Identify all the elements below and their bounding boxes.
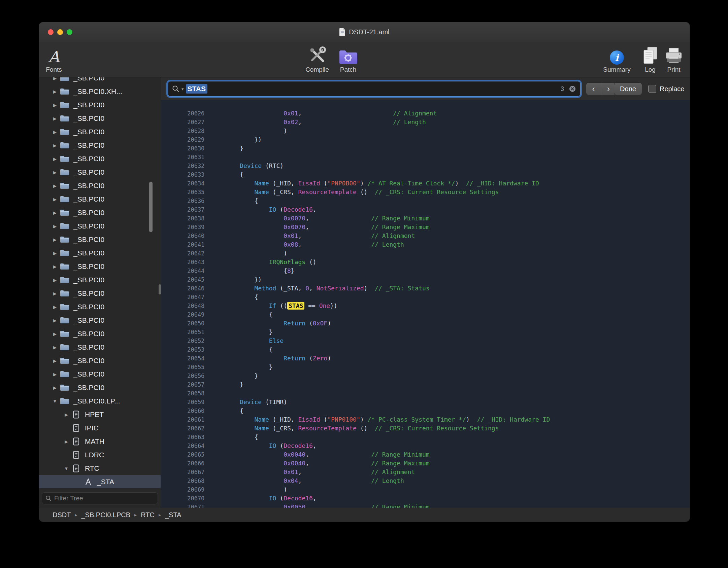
disclosure-triangle-icon[interactable]: ▶	[51, 197, 59, 202]
line-number: 20652	[175, 336, 204, 345]
disclosure-triangle-icon[interactable]: ▶	[62, 439, 71, 444]
print-label: Print	[657, 66, 690, 73]
tree-item[interactable]: ▶ _SB.PCI0	[39, 166, 161, 179]
tree-item[interactable]: ▶ _SB.PCI0	[39, 260, 161, 273]
disclosure-triangle-icon[interactable]: ▶	[51, 331, 59, 336]
disclosure-triangle-icon[interactable]: ▶	[51, 345, 59, 350]
filter-tree-input[interactable]: Filter Tree	[42, 492, 158, 504]
disclosure-triangle-icon[interactable]: ▶	[51, 89, 59, 94]
tree-item[interactable]: ▶ _SB.PCI0.XH...	[39, 85, 161, 98]
disclosure-triangle-icon[interactable]: ▶	[51, 77, 59, 81]
disclosure-triangle-icon[interactable]: ▼	[51, 399, 59, 404]
fonts-button[interactable]: A Fonts	[39, 42, 74, 76]
sidebar-scrollbar[interactable]	[149, 182, 153, 232]
tree-item[interactable]: ▶ _SB.PCI0	[39, 300, 161, 314]
code-text: {	[210, 407, 243, 414]
disclosure-triangle-icon[interactable]: ▶	[51, 156, 59, 162]
disclosure-triangle-icon[interactable]: ▶	[51, 251, 59, 256]
tree-item[interactable]: ▶ _SB.PCI0	[39, 77, 161, 85]
tree-item[interactable]: ▶ MATH	[39, 435, 161, 448]
search-menu-chevron-icon[interactable]: ▾	[181, 86, 184, 92]
disclosure-triangle-icon[interactable]: ▶	[51, 264, 59, 269]
tree-item[interactable]: ▶ _SB.PCI0	[39, 179, 161, 192]
tree-item[interactable]: LDRC	[39, 448, 161, 462]
breadcrumb-item-rtc[interactable]: RTC	[141, 511, 155, 519]
tree-item[interactable]: ▶ _SB.PCI0	[39, 327, 161, 341]
tree-item[interactable]: ▶ _SB.PCI0	[39, 152, 161, 166]
disclosure-triangle-icon[interactable]: ▶	[51, 210, 59, 215]
tree-item[interactable]: ▶ _SB.PCI0	[39, 314, 161, 327]
tree-item[interactable]: ▶ _SB.PCI0	[39, 219, 161, 233]
printer-icon	[665, 47, 683, 65]
disclosure-triangle-icon[interactable]: ▼	[62, 466, 71, 471]
editor-pane: ▾ STAS 3 ‹ › Done Replace 20626	[161, 77, 690, 508]
line-number: 20632	[175, 162, 204, 170]
disclosure-triangle-icon[interactable]: ▶	[51, 170, 59, 175]
done-button[interactable]: Done	[614, 82, 642, 95]
folder-icon	[60, 262, 70, 271]
breadcrumb-item-dsdt[interactable]: DSDT	[53, 511, 71, 519]
disclosure-triangle-icon[interactable]: ▶	[51, 291, 59, 296]
disclosure-triangle-icon[interactable]: ▶	[51, 116, 59, 121]
line-number: 20669	[175, 485, 204, 494]
tree-item[interactable]: ▶ _SB.PCI0	[39, 125, 161, 139]
tree-item[interactable]: IPIC	[39, 421, 161, 435]
line-number: 20664	[175, 441, 204, 450]
disclosure-triangle-icon[interactable]: ▶	[51, 358, 59, 363]
tree-item[interactable]: ▶ _SB.PCI0	[39, 381, 161, 394]
tree-item[interactable]: ▶ _SB.PCI0	[39, 341, 161, 354]
tree-item[interactable]: ▶ _SB.PCI0	[39, 139, 161, 152]
breadcrumb-item-lpcb[interactable]: _SB.PCI0.LPCB	[81, 511, 130, 519]
code-text: {	[210, 171, 243, 178]
disclosure-triangle-icon[interactable]: ▶	[51, 278, 59, 283]
patch-button[interactable]: Patch	[328, 42, 368, 76]
disclosure-triangle-icon[interactable]: ▶	[51, 103, 59, 108]
code-text: Method (_STA, 0, NotSerialized) // _STA:…	[210, 285, 429, 292]
line-number: 20634	[175, 179, 204, 188]
print-button[interactable]: Print	[657, 42, 690, 76]
code-text: 0x02, // Length	[210, 118, 426, 126]
line-number: 20665	[175, 450, 204, 459]
line-number: 20668	[175, 476, 204, 485]
disclosure-triangle-icon[interactable]: ▶	[51, 318, 59, 323]
breadcrumb-item-sta[interactable]: _STA	[165, 511, 181, 519]
disclosure-triangle-icon[interactable]: ▶	[51, 143, 59, 148]
tree-item[interactable]: ▶ HPET	[39, 408, 161, 421]
code-editor[interactable]: 20626 0x01, // Alignment 20627 0x02, // …	[161, 100, 690, 508]
search-input[interactable]: ▾ STAS 3	[168, 81, 581, 97]
tree-item[interactable]: ▶ _SB.PCI0	[39, 246, 161, 260]
tree-item[interactable]: ▶ _SB.PCI0	[39, 233, 161, 246]
title-bar[interactable]: DSDT-21.aml	[39, 22, 690, 42]
tree-item[interactable]: ▶ _SB.PCI0	[39, 206, 161, 219]
pane-splitter-handle[interactable]	[159, 284, 161, 294]
code-text: {	[210, 293, 258, 300]
clear-search-icon[interactable]	[569, 85, 576, 93]
disclosure-triangle-icon[interactable]: ▶	[51, 305, 59, 310]
tree-item[interactable]: ▶ _SB.PCI0	[39, 98, 161, 112]
tree-item[interactable]: ▶ _SB.PCI0	[39, 273, 161, 287]
disclosure-triangle-icon[interactable]: ▶	[51, 385, 59, 390]
disclosure-triangle-icon[interactable]: ▶	[62, 412, 71, 417]
tree-item[interactable]: ▶ _SB.PCI0	[39, 367, 161, 381]
tree-item[interactable]: ▼ _SB.PCI0.LP...	[39, 394, 161, 408]
replace-checkbox[interactable]	[648, 85, 656, 93]
code-text: Device (TIMR)	[210, 398, 287, 405]
line-number: 20631	[175, 153, 204, 162]
replace-toggle: Replace	[648, 82, 684, 95]
find-previous-button[interactable]: ‹	[586, 83, 601, 95]
tree-item-label: _SB.PCI0	[73, 357, 104, 365]
disclosure-triangle-icon[interactable]: ▶	[51, 372, 59, 377]
line-number: 20641	[175, 240, 204, 249]
disclosure-triangle-icon[interactable]: ▶	[51, 130, 59, 135]
tree-item[interactable]: ▶ _SB.PCI0	[39, 354, 161, 367]
tree-item[interactable]: ▶ _SB.PCI0	[39, 112, 161, 125]
disclosure-triangle-icon[interactable]: ▶	[51, 183, 59, 188]
disclosure-triangle-icon[interactable]: ▶	[51, 224, 59, 229]
find-nav-segment: ‹ ›	[586, 82, 616, 95]
disclosure-triangle-icon[interactable]: ▶	[51, 237, 59, 242]
tree-item[interactable]: ▶ _SB.PCI0	[39, 192, 161, 206]
tree-item[interactable]: ▼ RTC	[39, 462, 161, 475]
tree-item[interactable]: _STA	[39, 475, 161, 488]
code-text: Name (_HID, EisaId ("PNP0100") /* PC-cla…	[210, 416, 550, 423]
tree-item[interactable]: ▶ _SB.PCI0	[39, 287, 161, 300]
